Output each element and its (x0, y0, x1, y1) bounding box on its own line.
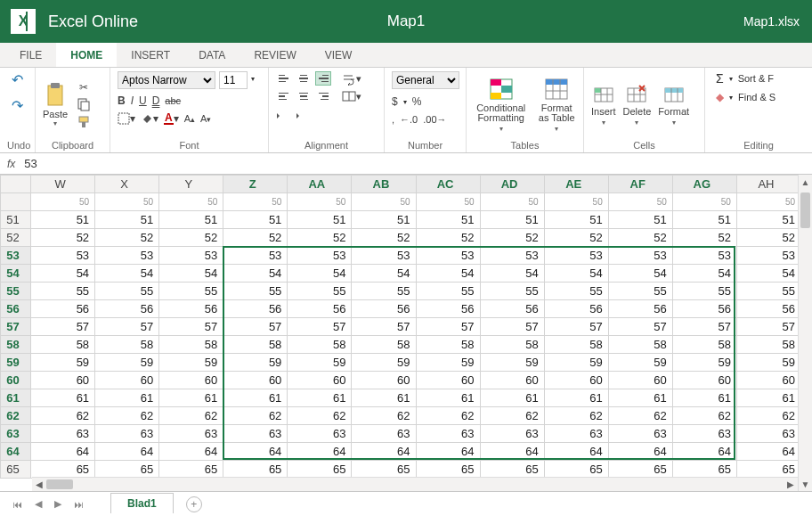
cell[interactable]: 52 (480, 229, 544, 247)
cell[interactable]: 54 (159, 265, 223, 283)
cell[interactable]: 50 (544, 193, 608, 211)
cell[interactable]: 61 (159, 389, 223, 407)
column-header[interactable]: AC (416, 176, 480, 193)
cell[interactable]: 60 (672, 372, 736, 389)
cell[interactable]: 56 (608, 300, 672, 318)
cell[interactable]: 53 (416, 247, 480, 265)
cell[interactable]: 61 (352, 389, 416, 407)
cell[interactable]: 58 (288, 336, 352, 354)
cell[interactable]: 59 (95, 354, 159, 372)
cell[interactable]: 55 (608, 283, 672, 300)
cell[interactable]: 65 (352, 461, 416, 479)
find-button[interactable]: Find & S (738, 92, 775, 102)
cell[interactable]: 52 (736, 229, 800, 247)
tab-file[interactable]: FILE (5, 43, 56, 67)
cell[interactable]: 51 (352, 211, 416, 229)
cell[interactable]: 55 (159, 283, 223, 300)
cell[interactable]: 54 (544, 265, 608, 283)
column-header[interactable]: AH (736, 176, 800, 193)
cell[interactable]: 56 (480, 300, 544, 318)
tab-data[interactable]: DATA (184, 43, 240, 67)
redo-icon[interactable]: ↷ (12, 97, 23, 114)
cell[interactable]: 54 (416, 265, 480, 283)
cell[interactable]: 60 (159, 372, 223, 389)
row-header[interactable]: 55 (1, 283, 31, 300)
cell[interactable]: 61 (672, 389, 736, 407)
formula-value[interactable]: 53 (24, 157, 37, 170)
wrap-text-button[interactable]: ▾ (342, 73, 361, 86)
cell[interactable]: 60 (480, 372, 544, 389)
cell[interactable]: 56 (159, 300, 223, 318)
cell[interactable]: 65 (159, 461, 223, 479)
cell[interactable]: 57 (159, 318, 223, 336)
add-sheet-button[interactable]: + (186, 496, 202, 512)
clear-button[interactable]: ◆ (716, 91, 724, 103)
cell[interactable]: 59 (159, 354, 223, 372)
undo-icon[interactable]: ↶ (12, 71, 23, 88)
cell[interactable]: 61 (736, 389, 800, 407)
row-header[interactable]: 65 (1, 461, 31, 479)
cell[interactable]: 54 (480, 265, 544, 283)
row-header[interactable]: 64 (1, 443, 31, 461)
scroll-down-icon[interactable]: ▼ (799, 477, 812, 491)
format-as-table-button[interactable]: Format as Table▾ (537, 78, 576, 133)
cell[interactable]: 52 (223, 229, 288, 247)
cell[interactable]: 64 (416, 443, 480, 461)
cell[interactable]: 53 (544, 247, 608, 265)
autosum-button[interactable]: Σ (716, 71, 724, 86)
column-header[interactable]: AG (672, 176, 736, 193)
cell[interactable]: 64 (736, 443, 800, 461)
cell[interactable]: 52 (95, 229, 159, 247)
cell[interactable]: 60 (736, 372, 800, 389)
cell[interactable]: 59 (416, 354, 480, 372)
bold-button[interactable]: B (118, 94, 126, 107)
cell[interactable]: 59 (608, 354, 672, 372)
cell[interactable]: 50 (480, 193, 544, 211)
cell[interactable]: 61 (416, 389, 480, 407)
cell[interactable]: 52 (672, 229, 736, 247)
cell[interactable]: 60 (544, 372, 608, 389)
cell[interactable]: 53 (223, 247, 288, 265)
cell[interactable]: 62 (288, 407, 352, 425)
column-header[interactable]: AB (352, 176, 416, 193)
cell[interactable]: 56 (223, 300, 288, 318)
borders-button[interactable]: ▾ (118, 112, 135, 125)
row-header[interactable] (1, 193, 31, 211)
row-header[interactable]: 57 (1, 318, 31, 336)
cell[interactable]: 61 (223, 389, 288, 407)
cell[interactable]: 50 (95, 193, 159, 211)
cell[interactable]: 65 (416, 461, 480, 479)
cell[interactable]: 51 (31, 211, 95, 229)
row-header[interactable]: 58 (1, 336, 31, 354)
tab-view[interactable]: VIEW (311, 43, 367, 67)
cell[interactable]: 55 (736, 283, 800, 300)
cell[interactable]: 62 (159, 407, 223, 425)
cell[interactable]: 50 (288, 193, 352, 211)
cell[interactable]: 56 (672, 300, 736, 318)
cell[interactable]: 62 (544, 407, 608, 425)
cell[interactable]: 53 (608, 247, 672, 265)
row-header[interactable]: 56 (1, 300, 31, 318)
cell[interactable]: 50 (736, 193, 800, 211)
cell[interactable]: 65 (736, 461, 800, 479)
cell[interactable]: 60 (608, 372, 672, 389)
sheet-nav-next-icon[interactable]: ▶ (51, 498, 65, 510)
cell[interactable]: 57 (95, 318, 159, 336)
cell[interactable]: 51 (672, 211, 736, 229)
cell[interactable]: 65 (608, 461, 672, 479)
percent-button[interactable]: % (412, 95, 422, 108)
cell[interactable]: 53 (159, 247, 223, 265)
cell[interactable]: 57 (672, 318, 736, 336)
cell[interactable]: 58 (416, 336, 480, 354)
cell[interactable]: 64 (288, 443, 352, 461)
vertical-scroll-thumb[interactable] (800, 192, 810, 228)
cell[interactable]: 51 (416, 211, 480, 229)
cut-icon[interactable]: ✂ (77, 81, 91, 94)
cell[interactable]: 61 (95, 389, 159, 407)
cell[interactable]: 50 (31, 193, 95, 211)
cell[interactable]: 62 (416, 407, 480, 425)
cell[interactable]: 52 (352, 229, 416, 247)
cell[interactable]: 55 (352, 283, 416, 300)
row-header[interactable]: 51 (1, 211, 31, 229)
cell[interactable]: 57 (736, 318, 800, 336)
